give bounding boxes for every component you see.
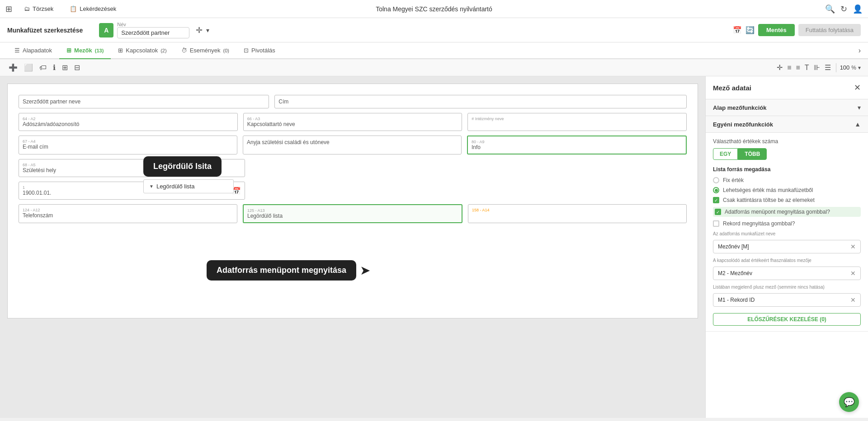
app-title: Tolna Megyei SZC szerződés nyilvántartó	[376, 5, 492, 13]
canvas-area: Szerződött partner neve Cím 64 - A2 Adós…	[0, 76, 705, 418]
field-158[interactable]: 158 - A14	[468, 204, 687, 223]
field-telefon[interactable]: 124 - A12 Telefonszám	[19, 204, 237, 223]
checkbox-kattintas-box[interactable]: ✓	[713, 197, 719, 203]
refresh-icon[interactable]: ↻	[840, 4, 847, 14]
field-cim[interactable]: Cím	[274, 95, 687, 108]
alap-section-header[interactable]: Alap mezőfunkciók ▾	[706, 99, 868, 116]
canvas-row1: Szerződött partner neve Cím	[19, 95, 687, 108]
alap-section-title: Alap mezőfunkciók	[713, 104, 766, 111]
field-szerzodott-partner[interactable]: Szerződött partner neve	[19, 95, 269, 108]
code-icon[interactable]: ⊟	[73, 62, 81, 73]
egyeni-section-header[interactable]: Egyéni mezőfunkciók ▲	[706, 116, 868, 133]
eloszures-button[interactable]: ELŐSZŰRÉSEK KEZELÉSE (0)	[713, 313, 861, 326]
columns-icon[interactable]: ⊪	[812, 62, 821, 73]
radio-lehetseges[interactable]: Lehetséges érték más munkafüzetből	[713, 187, 861, 193]
field-email[interactable]: 67 - A4 E-mail cím	[19, 136, 237, 154]
kapcsolodo-clear-icon[interactable]: ✕	[850, 270, 856, 277]
checkbox-rekord[interactable]: Rekord megnyitása gombbal?	[713, 220, 861, 227]
egyeni-section-title: Egyéni mezőfunkciók	[713, 121, 773, 128]
tag-icon[interactable]: 🏷	[38, 62, 48, 73]
add-icon[interactable]: ➕	[7, 62, 19, 73]
sub-header-right: 📅 🔄 Mentés Futtatás folytatása	[733, 24, 861, 36]
field-intezmeny[interactable]: # Intézmény neve	[467, 113, 687, 131]
square-icon[interactable]: ⬜	[23, 62, 34, 73]
checkbox-rekord-box[interactable]	[713, 220, 719, 227]
grid-icon[interactable]: ⊞	[5, 4, 12, 14]
sync-icon[interactable]: 🔄	[745, 26, 755, 34]
checkbox-adatforras-box[interactable]: ✓	[715, 209, 721, 215]
kapcsolatok-icon: ⊞	[118, 47, 123, 54]
valaszthato-label: Választható értékek száma	[713, 138, 861, 145]
name-value-input[interactable]: Szerződött partner	[117, 27, 189, 38]
adatforras-munka-clear-icon[interactable]: ✕	[850, 243, 856, 250]
field-legordulo[interactable]: 125 - A13 Legördülő lista	[243, 204, 462, 223]
chat-bubble[interactable]: 💬	[839, 392, 859, 412]
tab-lekerdezesek[interactable]: 📋 Lekérdezések	[65, 4, 121, 14]
top-bar: ⊞ 🗂 Törzsek 📋 Lekérdezések Tolna Megyei …	[0, 0, 868, 18]
name-label-group: Név Szerződött partner	[117, 22, 189, 38]
adatforras-arrow-icon: ➤	[360, 263, 370, 278]
lista-forras-label: Lista forrás megadása	[713, 166, 861, 173]
save-button[interactable]: Mentés	[758, 24, 795, 36]
listaban-clear-icon[interactable]: ✕	[850, 296, 856, 304]
radio-group: Fix érték Lehetséges érték más munkafüze…	[713, 177, 861, 193]
radio-lehetseges-circle	[713, 187, 719, 193]
radio-fix[interactable]: Fix érték	[713, 177, 861, 183]
checkbox-kattintas[interactable]: ✓ Csak kattintásra töltse be az elemeket	[713, 197, 861, 203]
right-panel: Mező adatai ✕ Alap mezőfunkciók ▾ Egyéni…	[705, 76, 868, 418]
tab-kapcsolatok[interactable]: ⊞ Kapcsolatok (2)	[111, 42, 174, 59]
canvas-row6: 124 - A12 Telefonszám 125 - A13 Legördül…	[19, 204, 687, 223]
adatforras-tooltip: Adatforrás menüpont megnyitása ➤	[207, 260, 370, 281]
calendar-icon[interactable]: 📅	[733, 26, 742, 34]
checkbox-adatforras[interactable]: ✓ Adatforrás menüpont megnyitása gombbal…	[713, 207, 861, 217]
text-size-icon[interactable]: T	[803, 62, 811, 73]
tab-esemenyek[interactable]: ⏱ Események (0)	[174, 42, 236, 59]
btn-egy[interactable]: EGY	[713, 148, 738, 160]
grid-tool-icon[interactable]: ⊞	[61, 62, 69, 73]
radio-fix-circle	[713, 177, 719, 183]
adatforras-bubble: Adatforrás menüpont megnyitása	[207, 260, 356, 281]
field-spacer	[250, 159, 687, 177]
canvas-row2: 64 - A2 Adószám/adóazonosító 66 - A3 Kap…	[19, 113, 687, 131]
field-kapcsolattarto[interactable]: 66 - A3 Kapcsolattartó neve	[243, 113, 462, 131]
zoom-group: ✛ ≡ ≡ T ⊪ ☰ 100 % ▾	[775, 62, 861, 73]
listaban-dropdown[interactable]: M1 - Rekord ID ✕	[713, 293, 861, 307]
canvas-row5: 1 1900.01.01. 📅	[19, 182, 687, 200]
dropdown-label-bubble: Legördülő Isita	[143, 156, 222, 177]
kapcsolodo-dropdown[interactable]: M2 - Mezőnév ✕	[713, 267, 861, 280]
lines-icon[interactable]: ☰	[823, 62, 832, 73]
mezok-icon: ⊞	[66, 47, 71, 54]
sub-header: Munkafüzet szerkesztése A Név Szerződött…	[0, 18, 868, 42]
align-center-icon[interactable]: ≡	[795, 62, 802, 73]
canvas-row4: 68 - A5 Születési hely	[19, 159, 687, 177]
search-icon[interactable]: 🔍	[825, 4, 835, 14]
run-button[interactable]: Futtatás folytatása	[798, 24, 861, 36]
toolbar: ➕ ⬜ 🏷 ℹ ⊞ ⊟ ✛ ≡ ≡ T ⊪ ☰ 100 % ▾	[0, 59, 868, 76]
tab-pivotalas[interactable]: ⊡ Pivotálás	[236, 42, 283, 59]
tab-alapadatok[interactable]: ☰ Alapadatok	[7, 42, 59, 59]
field-anyja[interactable]: Anyja születési családi és utóneve	[243, 136, 462, 154]
info-icon[interactable]: ℹ	[52, 62, 57, 73]
tab-mezok[interactable]: ⊞ Mezők (13)	[59, 42, 111, 59]
letter-box: A	[99, 23, 113, 37]
egyeni-section-body: Választható értékek száma EGY TÖBB Lista…	[706, 133, 868, 332]
pivotalas-icon: ⊡	[244, 47, 249, 54]
align-left-icon[interactable]: ≡	[786, 62, 793, 73]
tab-torzsek[interactable]: 🗂 Törzsek	[19, 4, 58, 14]
type-icon[interactable]: ✛	[196, 25, 203, 35]
torzsek-icon: 🗂	[24, 5, 30, 12]
dropdown-list-arrow: ▼	[149, 184, 154, 189]
btn-tobb[interactable]: TÖBB	[738, 148, 767, 160]
field-info[interactable]: 80 - A9 Info	[467, 136, 687, 154]
user-icon[interactable]: 👤	[853, 4, 863, 14]
adatforras-munka-dropdown[interactable]: Mezőnév [M] ✕	[713, 240, 861, 253]
panel-close-button[interactable]: ✕	[854, 83, 861, 93]
canvas-inner: Szerződött partner neve Cím 64 - A2 Adós…	[7, 84, 698, 318]
tabs-chevron-icon[interactable]: ›	[859, 47, 861, 55]
tabs-row: ☰ Alapadatok ⊞ Mezők (13) ⊞ Kapcsolatok …	[0, 42, 868, 59]
dropdown-list-item[interactable]: ▼ Legördülő lista	[143, 179, 234, 193]
zoom-dropdown-icon[interactable]: ▾	[858, 65, 861, 71]
field-adoszam[interactable]: 64 - A2 Adószám/adóazonosító	[19, 113, 238, 131]
move-icon[interactable]: ✛	[775, 62, 784, 73]
dropdown-arrow-icon[interactable]: ▾	[206, 27, 209, 34]
